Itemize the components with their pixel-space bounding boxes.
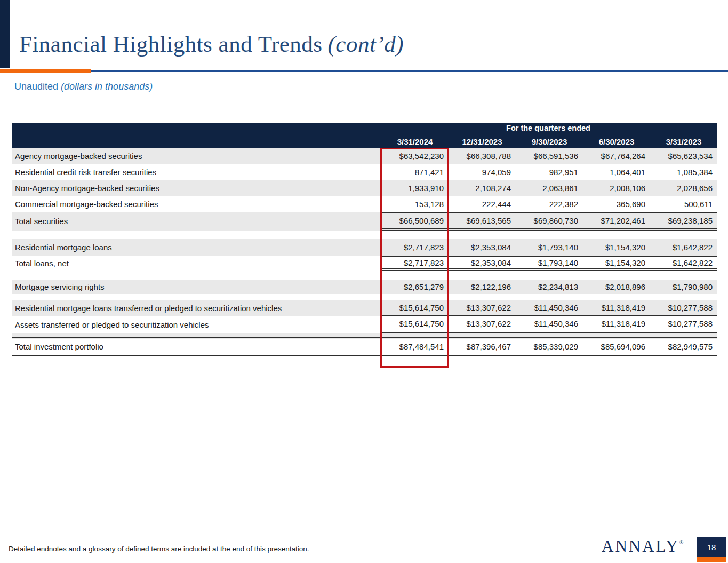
cell-value: $87,396,467 xyxy=(449,342,516,351)
row-values: $15,614,750$13,307,622$11,450,346$11,318… xyxy=(381,316,717,333)
cell-value: 974,059 xyxy=(449,168,516,177)
cell-value: 2,108,274 xyxy=(449,184,516,193)
row-label: Residential mortgage loans transferred o… xyxy=(12,304,381,313)
table-row: Residential mortgage loans transferred o… xyxy=(12,300,717,316)
cell-value: 153,128 xyxy=(381,200,449,209)
orange-rule xyxy=(0,69,91,73)
cell-value: $66,308,788 xyxy=(449,152,516,161)
cell-value: $1,154,320 xyxy=(583,243,650,252)
table-body: Agency mortgage-backed securities$63,542… xyxy=(12,148,717,356)
annaly-logo: ANNALY® xyxy=(602,537,683,556)
cell-value: $10,277,588 xyxy=(650,319,717,328)
row-label: Residential credit risk transfer securit… xyxy=(12,168,381,177)
cell-value: $15,614,750 xyxy=(381,303,449,312)
cell-value: $85,339,029 xyxy=(516,342,583,351)
cell-value: $2,234,813 xyxy=(516,282,583,291)
cell-value: 222,444 xyxy=(449,200,516,209)
column-header: 9/30/2023 xyxy=(516,137,583,146)
blue-rule xyxy=(91,70,728,72)
table-row: Total investment portfolio$87,484,541$87… xyxy=(12,339,717,356)
cell-value: $66,500,689 xyxy=(381,216,449,225)
cell-value: $67,764,264 xyxy=(583,152,650,161)
row-label: Non-Agency mortgage-backed securities xyxy=(12,184,381,193)
corner-accent-bar xyxy=(0,0,10,68)
page-number-accent xyxy=(697,557,726,562)
quarters-group-header: For the quarters ended xyxy=(381,124,715,134)
cell-value: 2,028,656 xyxy=(650,184,717,193)
cell-value: $71,202,461 xyxy=(583,216,650,225)
cell-value: $13,307,622 xyxy=(449,303,516,312)
row-label: Total investment portfolio xyxy=(12,342,381,351)
cell-value: $63,542,230 xyxy=(381,152,449,161)
annaly-logo-text: ANNALY xyxy=(602,537,679,556)
table-spacer-row xyxy=(12,271,717,280)
table-header-group-row: For the quarters ended xyxy=(12,123,717,136)
row-values: $15,614,750$13,307,622$11,450,346$11,318… xyxy=(381,300,717,316)
table-spacer-row xyxy=(12,231,717,239)
page-number: 18 xyxy=(707,543,716,552)
cell-value: 500,611 xyxy=(650,200,717,209)
cell-value: $65,623,534 xyxy=(650,152,717,161)
cell-value: $1,642,822 xyxy=(650,243,717,252)
row-values: $87,484,541$87,396,467$85,339,029$85,694… xyxy=(381,339,717,354)
cell-value: $87,484,541 xyxy=(381,342,449,351)
cell-value: $11,450,346 xyxy=(516,303,583,312)
cell-value: $2,353,084 xyxy=(449,243,516,252)
cell-value: $2,122,196 xyxy=(449,282,516,291)
cell-value: $2,353,084 xyxy=(449,258,516,267)
row-values: 153,128222,444222,382365,690500,611 xyxy=(381,196,717,212)
row-values: $2,651,279$2,122,196$2,234,813$2,018,896… xyxy=(381,280,717,294)
row-label: Assets transferred or pledged to securit… xyxy=(12,320,381,329)
table-row: Assets transferred or pledged to securit… xyxy=(12,316,717,333)
row-values: $63,542,230$66,308,788$66,591,536$67,764… xyxy=(381,148,717,164)
cell-value: $2,717,823 xyxy=(381,258,449,267)
cell-value: $85,694,096 xyxy=(583,342,650,351)
cell-value: $1,642,822 xyxy=(650,258,717,267)
cell-value: 1,933,910 xyxy=(381,184,449,193)
table-row: Residential mortgage loans$2,717,823$2,3… xyxy=(12,239,717,256)
cell-value: $69,860,730 xyxy=(516,216,583,225)
page-number-badge: 18 xyxy=(697,537,726,557)
cell-value: $69,613,565 xyxy=(449,216,516,225)
column-header: 3/31/2023 xyxy=(650,137,717,146)
cell-value: $10,277,588 xyxy=(650,303,717,312)
table-row: Residential credit risk transfer securit… xyxy=(12,164,717,180)
cell-value: $82,949,575 xyxy=(650,342,717,351)
row-values: $66,500,689$69,613,565$69,860,730$71,202… xyxy=(381,212,717,231)
cell-value: 871,421 xyxy=(381,168,449,177)
table-spacer-row xyxy=(12,294,717,300)
table-row: Commercial mortgage-backed securities153… xyxy=(12,196,717,212)
table-row: Agency mortgage-backed securities$63,542… xyxy=(12,148,717,164)
cell-value: $1,154,320 xyxy=(583,258,650,267)
page-title: Financial Highlights and Trends(cont’d) xyxy=(19,31,404,57)
cell-value: $15,614,750 xyxy=(381,319,449,328)
page-title-suffix: (cont’d) xyxy=(328,31,404,57)
column-header: 6/30/2023 xyxy=(583,137,650,146)
cell-value: 1,085,384 xyxy=(650,168,717,177)
row-values: 871,421974,059982,9511,064,4011,085,384 xyxy=(381,164,717,180)
cell-value: 2,063,861 xyxy=(516,184,583,193)
cell-value: $2,717,823 xyxy=(381,243,449,252)
row-values: $2,717,823$2,353,084$1,793,140$1,154,320… xyxy=(381,256,717,271)
table-row: Mortgage servicing rights$2,651,279$2,12… xyxy=(12,280,717,294)
cell-value: $13,307,622 xyxy=(449,319,516,328)
cell-value: 222,382 xyxy=(516,200,583,209)
cell-value: $1,790,980 xyxy=(650,282,717,291)
row-label: Residential mortgage loans xyxy=(12,243,381,252)
row-values: $2,717,823$2,353,084$1,793,140$1,154,320… xyxy=(381,239,717,256)
cell-value: $2,651,279 xyxy=(381,282,449,291)
row-label: Total securities xyxy=(12,217,381,226)
subtitle-note: (dollars in thousands) xyxy=(61,81,153,92)
cell-value: 2,008,106 xyxy=(583,184,650,193)
row-label: Commercial mortgage-backed securities xyxy=(12,200,381,209)
cell-value: 365,690 xyxy=(583,200,650,209)
cell-value: $11,450,346 xyxy=(516,319,583,328)
registered-mark-icon: ® xyxy=(679,540,684,545)
cell-value: 982,951 xyxy=(516,168,583,177)
table-header-dates-row: 3/31/202412/31/20239/30/20236/30/20233/3… xyxy=(12,136,717,148)
table-header: For the quarters ended 3/31/202412/31/20… xyxy=(12,123,717,148)
endnote-divider xyxy=(9,541,59,541)
endnote-text: Detailed endnotes and a glossary of defi… xyxy=(9,545,309,553)
cell-value: 1,064,401 xyxy=(583,168,650,177)
page-title-main: Financial Highlights and Trends xyxy=(19,31,323,57)
